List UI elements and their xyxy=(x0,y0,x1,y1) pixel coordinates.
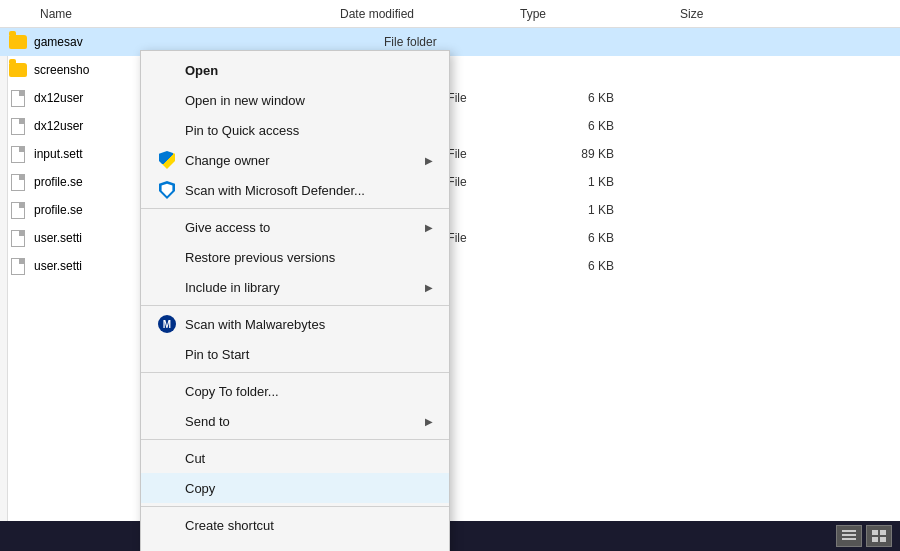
menu-item-open-new-window[interactable]: Open in new window xyxy=(141,85,449,115)
menu-item-label: Change owner xyxy=(185,153,425,168)
menu-item-label: Pin to Quick access xyxy=(185,123,433,138)
menu-separator xyxy=(141,506,449,507)
file-size: 1 KB xyxy=(544,175,624,189)
menu-item-label: Scan with Malwarebytes xyxy=(185,317,433,332)
svg-rect-3 xyxy=(872,530,878,535)
empty-icon xyxy=(157,545,177,551)
defender-icon xyxy=(157,180,177,200)
document-icon xyxy=(8,88,28,108)
menu-item-scan-defender[interactable]: Scan with Microsoft Defender... xyxy=(141,175,449,205)
document-icon xyxy=(8,200,28,220)
menu-item-pin-quick-access[interactable]: Pin to Quick access xyxy=(141,115,449,145)
menu-separator xyxy=(141,208,449,209)
col-header-date[interactable]: Date modified xyxy=(340,7,520,21)
submenu-arrow-icon: ▶ xyxy=(425,222,433,233)
svg-rect-6 xyxy=(880,537,886,542)
shield-icon xyxy=(157,150,177,170)
file-size: 6 KB xyxy=(544,259,624,273)
document-icon xyxy=(8,228,28,248)
empty-icon xyxy=(157,247,177,267)
file-size: 1 KB xyxy=(544,203,624,217)
file-size: 89 KB xyxy=(544,147,624,161)
menu-item-label: Restore previous versions xyxy=(185,250,433,265)
menu-separator xyxy=(141,372,449,373)
menu-item-create-shortcut[interactable]: Create shortcut xyxy=(141,510,449,540)
file-table-header: Name Date modified Type Size xyxy=(0,0,900,28)
menu-item-label: Pin to Start xyxy=(185,347,433,362)
context-menu: OpenOpen in new windowPin to Quick acces… xyxy=(140,50,450,551)
document-icon xyxy=(8,116,28,136)
menu-item-copy[interactable]: Copy xyxy=(141,473,449,503)
col-header-name[interactable]: Name xyxy=(0,7,340,21)
menu-item-label: Scan with Microsoft Defender... xyxy=(185,183,433,198)
menu-item-label: Open in new window xyxy=(185,93,433,108)
submenu-arrow-icon: ▶ xyxy=(425,155,433,166)
file-list: gamesavFile folderscreenshoFile folderdx… xyxy=(0,28,900,521)
empty-icon xyxy=(157,515,177,535)
table-row[interactable]: user.setti1SETTINGS File6 KB xyxy=(0,224,900,252)
file-type: File folder xyxy=(384,35,544,49)
malwarebytes-icon: M xyxy=(157,314,177,334)
menu-item-give-access[interactable]: Give access to▶ xyxy=(141,212,449,242)
menu-item-open[interactable]: Open xyxy=(141,55,449,85)
menu-separator xyxy=(141,439,449,440)
table-row[interactable]: user.setti2BAK File6 KB xyxy=(0,252,900,280)
empty-icon xyxy=(157,344,177,364)
menu-item-label: Copy xyxy=(185,481,433,496)
menu-item-label: Send to xyxy=(185,414,425,429)
document-icon xyxy=(8,256,28,276)
file-name: gamesav xyxy=(34,35,204,49)
file-size: 6 KB xyxy=(544,119,624,133)
table-row[interactable]: profile.se2BAK File1 KB xyxy=(0,196,900,224)
submenu-arrow-icon: ▶ xyxy=(425,416,433,427)
col-header-type[interactable]: Type xyxy=(520,7,680,21)
menu-item-label: Include in library xyxy=(185,280,425,295)
empty-icon xyxy=(157,120,177,140)
menu-item-restore-versions[interactable]: Restore previous versions xyxy=(141,242,449,272)
menu-item-delete[interactable]: Delete xyxy=(141,540,449,551)
file-size: 6 KB xyxy=(544,91,624,105)
menu-item-scan-malwarebytes[interactable]: MScan with Malwarebytes xyxy=(141,309,449,339)
menu-item-label: Cut xyxy=(185,451,433,466)
explorer-window: Name Date modified Type Size gamesavFile… xyxy=(0,0,900,551)
submenu-arrow-icon: ▶ xyxy=(425,282,433,293)
table-row[interactable]: dx12user3BAK File6 KB xyxy=(0,112,900,140)
table-row[interactable]: dx12user7SETTINGS File6 KB xyxy=(0,84,900,112)
table-row[interactable]: input.sett2SETTINGS File89 KB xyxy=(0,140,900,168)
document-icon xyxy=(8,172,28,192)
menu-item-send-to[interactable]: Send to▶ xyxy=(141,406,449,436)
menu-item-label: Delete xyxy=(185,548,433,552)
menu-item-change-owner[interactable]: Change owner▶ xyxy=(141,145,449,175)
empty-icon xyxy=(157,448,177,468)
empty-icon xyxy=(157,90,177,110)
svg-rect-1 xyxy=(842,534,856,536)
table-row[interactable]: gamesavFile folder xyxy=(0,28,900,56)
col-header-size[interactable]: Size xyxy=(680,7,760,21)
empty-icon xyxy=(157,217,177,237)
empty-icon xyxy=(157,381,177,401)
table-row[interactable]: profile.se1SETTINGS File1 KB xyxy=(0,168,900,196)
empty-icon xyxy=(157,60,177,80)
menu-item-label: Create shortcut xyxy=(185,518,433,533)
folder-icon xyxy=(8,60,28,80)
document-icon xyxy=(8,144,28,164)
table-row[interactable]: screenshoFile folder xyxy=(0,56,900,84)
details-view-button[interactable] xyxy=(836,525,862,547)
svg-rect-5 xyxy=(872,537,878,542)
menu-separator xyxy=(141,305,449,306)
taskbar xyxy=(0,521,900,551)
menu-item-include-library[interactable]: Include in library▶ xyxy=(141,272,449,302)
menu-item-pin-start[interactable]: Pin to Start xyxy=(141,339,449,369)
empty-icon xyxy=(157,478,177,498)
tiles-view-button[interactable] xyxy=(866,525,892,547)
menu-item-copy-to-folder[interactable]: Copy To folder... xyxy=(141,376,449,406)
folder-icon xyxy=(8,32,28,52)
file-size: 6 KB xyxy=(544,231,624,245)
menu-item-label: Give access to xyxy=(185,220,425,235)
svg-rect-4 xyxy=(880,530,886,535)
svg-rect-2 xyxy=(842,538,856,540)
menu-item-label: Copy To folder... xyxy=(185,384,433,399)
menu-item-label: Open xyxy=(185,63,433,78)
menu-item-cut[interactable]: Cut xyxy=(141,443,449,473)
empty-icon xyxy=(157,277,177,297)
